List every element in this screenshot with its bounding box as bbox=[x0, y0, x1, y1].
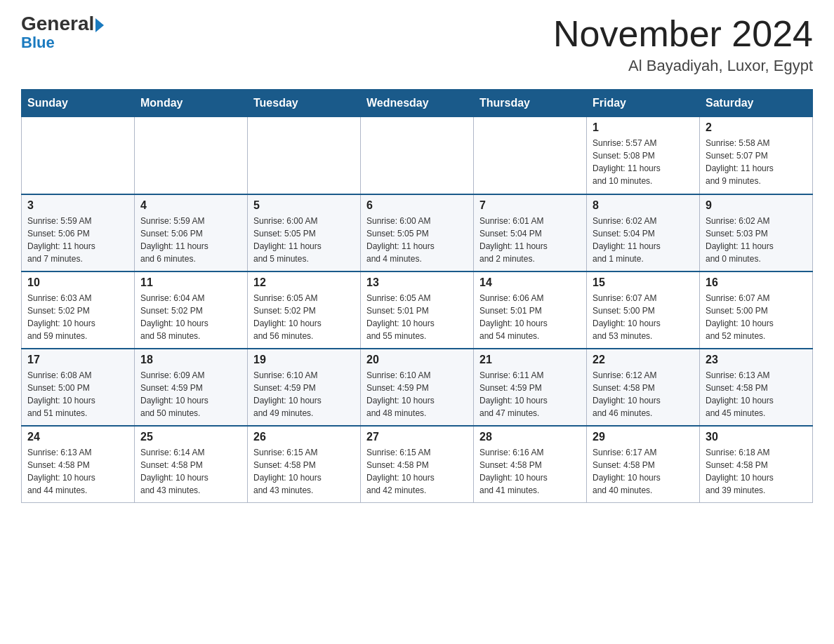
day-info: Sunrise: 5:58 AM Sunset: 5:07 PM Dayligh… bbox=[706, 137, 807, 187]
logo-general-text: General bbox=[21, 14, 94, 34]
day-number: 19 bbox=[253, 354, 355, 366]
day-number: 14 bbox=[479, 276, 581, 289]
day-number: 8 bbox=[593, 199, 694, 212]
weekday-header-sunday: Sunday bbox=[22, 90, 135, 117]
day-number: 6 bbox=[366, 199, 468, 212]
day-info: Sunrise: 6:12 AM Sunset: 4:58 PM Dayligh… bbox=[593, 369, 694, 420]
weekday-header-friday: Friday bbox=[587, 90, 700, 117]
calendar-cell: 11Sunrise: 6:04 AM Sunset: 5:02 PM Dayli… bbox=[135, 271, 248, 349]
calendar-cell: 15Sunrise: 6:07 AM Sunset: 5:00 PM Dayli… bbox=[587, 271, 700, 349]
day-number: 18 bbox=[140, 354, 241, 366]
calendar-cell: 24Sunrise: 6:13 AM Sunset: 4:58 PM Dayli… bbox=[22, 426, 135, 503]
calendar-cell: 16Sunrise: 6:07 AM Sunset: 5:00 PM Dayli… bbox=[700, 271, 813, 349]
day-number: 11 bbox=[140, 276, 241, 289]
calendar-cell: 3Sunrise: 5:59 AM Sunset: 5:06 PM Daylig… bbox=[22, 194, 135, 271]
calendar-cell: 21Sunrise: 6:11 AM Sunset: 4:59 PM Dayli… bbox=[474, 349, 587, 426]
calendar-cell: 7Sunrise: 6:01 AM Sunset: 5:04 PM Daylig… bbox=[474, 194, 587, 271]
day-info: Sunrise: 6:15 AM Sunset: 4:58 PM Dayligh… bbox=[253, 446, 355, 497]
day-number: 17 bbox=[27, 354, 128, 366]
calendar-week-row: 10Sunrise: 6:03 AM Sunset: 5:02 PM Dayli… bbox=[22, 271, 813, 349]
day-number: 13 bbox=[366, 276, 468, 289]
day-number: 3 bbox=[27, 199, 128, 212]
day-info: Sunrise: 5:59 AM Sunset: 5:06 PM Dayligh… bbox=[140, 215, 241, 265]
calendar-cell: 23Sunrise: 6:13 AM Sunset: 4:58 PM Dayli… bbox=[700, 349, 813, 426]
location-title: Al Bayadiyah, Luxor, Egypt bbox=[553, 57, 813, 75]
calendar-cell: 30Sunrise: 6:18 AM Sunset: 4:58 PM Dayli… bbox=[700, 426, 813, 503]
calendar-cell: 26Sunrise: 6:15 AM Sunset: 4:58 PM Dayli… bbox=[248, 426, 361, 503]
calendar-cell bbox=[22, 117, 135, 194]
day-info: Sunrise: 6:10 AM Sunset: 4:59 PM Dayligh… bbox=[253, 369, 355, 420]
day-number: 2 bbox=[706, 121, 807, 134]
calendar-week-row: 3Sunrise: 5:59 AM Sunset: 5:06 PM Daylig… bbox=[22, 194, 813, 271]
calendar-cell: 9Sunrise: 6:02 AM Sunset: 5:03 PM Daylig… bbox=[700, 194, 813, 271]
title-block: November 2024 Al Bayadiyah, Luxor, Egypt bbox=[553, 14, 813, 75]
day-number: 5 bbox=[253, 199, 355, 212]
weekday-header-row: SundayMondayTuesdayWednesdayThursdayFrid… bbox=[22, 90, 813, 117]
day-info: Sunrise: 6:13 AM Sunset: 4:58 PM Dayligh… bbox=[27, 446, 128, 497]
day-number: 7 bbox=[479, 199, 581, 212]
calendar-cell bbox=[248, 117, 361, 194]
day-info: Sunrise: 6:11 AM Sunset: 4:59 PM Dayligh… bbox=[479, 369, 581, 420]
day-info: Sunrise: 6:02 AM Sunset: 5:04 PM Dayligh… bbox=[593, 215, 694, 265]
calendar-week-row: 1Sunrise: 5:57 AM Sunset: 5:08 PM Daylig… bbox=[22, 117, 813, 194]
day-info: Sunrise: 6:07 AM Sunset: 5:00 PM Dayligh… bbox=[706, 292, 807, 342]
weekday-header-thursday: Thursday bbox=[474, 90, 587, 117]
calendar-week-row: 24Sunrise: 6:13 AM Sunset: 4:58 PM Dayli… bbox=[22, 426, 813, 503]
calendar-cell: 1Sunrise: 5:57 AM Sunset: 5:08 PM Daylig… bbox=[587, 117, 700, 194]
logo-blue-text: Blue bbox=[21, 34, 104, 52]
calendar-cell: 17Sunrise: 6:08 AM Sunset: 5:00 PM Dayli… bbox=[22, 349, 135, 426]
calendar-cell: 13Sunrise: 6:05 AM Sunset: 5:01 PM Dayli… bbox=[361, 271, 474, 349]
day-number: 4 bbox=[140, 199, 241, 212]
day-info: Sunrise: 6:10 AM Sunset: 4:59 PM Dayligh… bbox=[366, 369, 468, 420]
day-info: Sunrise: 6:06 AM Sunset: 5:01 PM Dayligh… bbox=[479, 292, 581, 342]
day-info: Sunrise: 6:09 AM Sunset: 4:59 PM Dayligh… bbox=[140, 369, 241, 420]
calendar-cell: 19Sunrise: 6:10 AM Sunset: 4:59 PM Dayli… bbox=[248, 349, 361, 426]
day-info: Sunrise: 6:00 AM Sunset: 5:05 PM Dayligh… bbox=[253, 215, 355, 265]
calendar-cell: 28Sunrise: 6:16 AM Sunset: 4:58 PM Dayli… bbox=[474, 426, 587, 503]
weekday-header-monday: Monday bbox=[135, 90, 248, 117]
calendar-table: SundayMondayTuesdayWednesdayThursdayFrid… bbox=[21, 89, 813, 503]
day-number: 16 bbox=[706, 276, 807, 289]
day-info: Sunrise: 6:18 AM Sunset: 4:58 PM Dayligh… bbox=[706, 446, 807, 497]
calendar-cell: 22Sunrise: 6:12 AM Sunset: 4:58 PM Dayli… bbox=[587, 349, 700, 426]
calendar-cell bbox=[474, 117, 587, 194]
calendar-cell: 8Sunrise: 6:02 AM Sunset: 5:04 PM Daylig… bbox=[587, 194, 700, 271]
calendar-cell bbox=[361, 117, 474, 194]
calendar-cell: 2Sunrise: 5:58 AM Sunset: 5:07 PM Daylig… bbox=[700, 117, 813, 194]
day-number: 12 bbox=[253, 276, 355, 289]
day-info: Sunrise: 6:08 AM Sunset: 5:00 PM Dayligh… bbox=[27, 369, 128, 420]
calendar-week-row: 17Sunrise: 6:08 AM Sunset: 5:00 PM Dayli… bbox=[22, 349, 813, 426]
calendar-cell: 12Sunrise: 6:05 AM Sunset: 5:02 PM Dayli… bbox=[248, 271, 361, 349]
day-number: 24 bbox=[27, 431, 128, 443]
day-info: Sunrise: 6:14 AM Sunset: 4:58 PM Dayligh… bbox=[140, 446, 241, 497]
day-number: 29 bbox=[593, 431, 694, 443]
weekday-header-wednesday: Wednesday bbox=[361, 90, 474, 117]
page-header: General Blue November 2024 Al Bayadiyah,… bbox=[21, 14, 813, 75]
calendar-cell: 18Sunrise: 6:09 AM Sunset: 4:59 PM Dayli… bbox=[135, 349, 248, 426]
month-title: November 2024 bbox=[553, 14, 813, 54]
day-number: 27 bbox=[366, 431, 468, 443]
day-number: 23 bbox=[706, 354, 807, 366]
day-number: 15 bbox=[593, 276, 694, 289]
day-number: 30 bbox=[706, 431, 807, 443]
day-number: 28 bbox=[479, 431, 581, 443]
calendar-cell bbox=[135, 117, 248, 194]
day-info: Sunrise: 6:15 AM Sunset: 4:58 PM Dayligh… bbox=[366, 446, 468, 497]
day-number: 9 bbox=[706, 199, 807, 212]
calendar-cell: 5Sunrise: 6:00 AM Sunset: 5:05 PM Daylig… bbox=[248, 194, 361, 271]
day-info: Sunrise: 6:16 AM Sunset: 4:58 PM Dayligh… bbox=[479, 446, 581, 497]
calendar-cell: 14Sunrise: 6:06 AM Sunset: 5:01 PM Dayli… bbox=[474, 271, 587, 349]
day-info: Sunrise: 6:07 AM Sunset: 5:00 PM Dayligh… bbox=[593, 292, 694, 342]
calendar-cell: 6Sunrise: 6:00 AM Sunset: 5:05 PM Daylig… bbox=[361, 194, 474, 271]
day-number: 26 bbox=[253, 431, 355, 443]
calendar-cell: 4Sunrise: 5:59 AM Sunset: 5:06 PM Daylig… bbox=[135, 194, 248, 271]
day-number: 1 bbox=[593, 121, 694, 134]
weekday-header-saturday: Saturday bbox=[700, 90, 813, 117]
day-number: 25 bbox=[140, 431, 241, 443]
day-info: Sunrise: 6:03 AM Sunset: 5:02 PM Dayligh… bbox=[27, 292, 128, 342]
day-info: Sunrise: 6:17 AM Sunset: 4:58 PM Dayligh… bbox=[593, 446, 694, 497]
day-info: Sunrise: 6:02 AM Sunset: 5:03 PM Dayligh… bbox=[706, 215, 807, 265]
day-info: Sunrise: 6:05 AM Sunset: 5:02 PM Dayligh… bbox=[253, 292, 355, 342]
day-info: Sunrise: 6:05 AM Sunset: 5:01 PM Dayligh… bbox=[366, 292, 468, 342]
day-info: Sunrise: 6:00 AM Sunset: 5:05 PM Dayligh… bbox=[366, 215, 468, 265]
